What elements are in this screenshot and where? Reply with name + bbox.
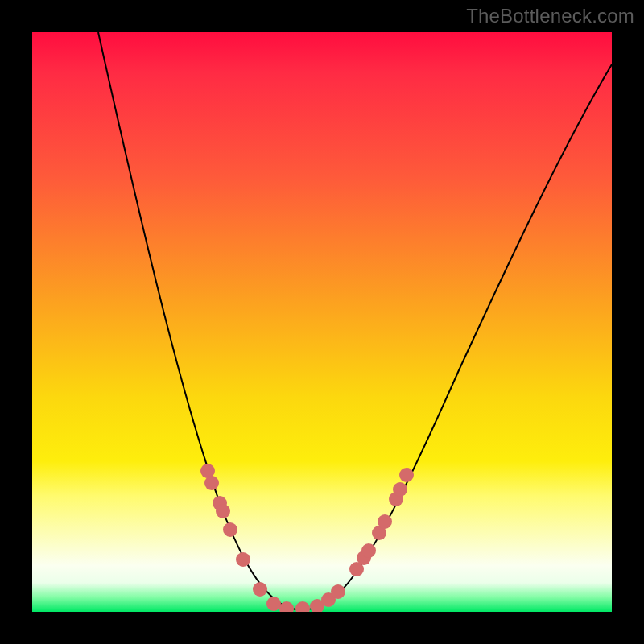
data-point bbox=[253, 582, 267, 597]
data-point bbox=[331, 584, 345, 599]
data-point bbox=[266, 597, 281, 611]
data-point bbox=[393, 482, 407, 497]
data-point bbox=[223, 522, 237, 537]
data-points-group bbox=[200, 464, 414, 612]
data-point bbox=[361, 543, 376, 558]
watermark-text: TheBottleneck.com bbox=[466, 5, 634, 27]
data-point bbox=[216, 504, 230, 518]
data-point bbox=[279, 601, 294, 612]
bottleneck-curve bbox=[98, 32, 612, 609]
data-point bbox=[295, 601, 310, 612]
data-point bbox=[236, 552, 250, 567]
chart-frame: TheBottleneck.com bbox=[0, 0, 644, 644]
data-point bbox=[399, 468, 414, 482]
data-point bbox=[204, 476, 219, 490]
data-point bbox=[378, 514, 392, 529]
curve-svg bbox=[32, 32, 612, 612]
plot-area bbox=[32, 32, 612, 612]
